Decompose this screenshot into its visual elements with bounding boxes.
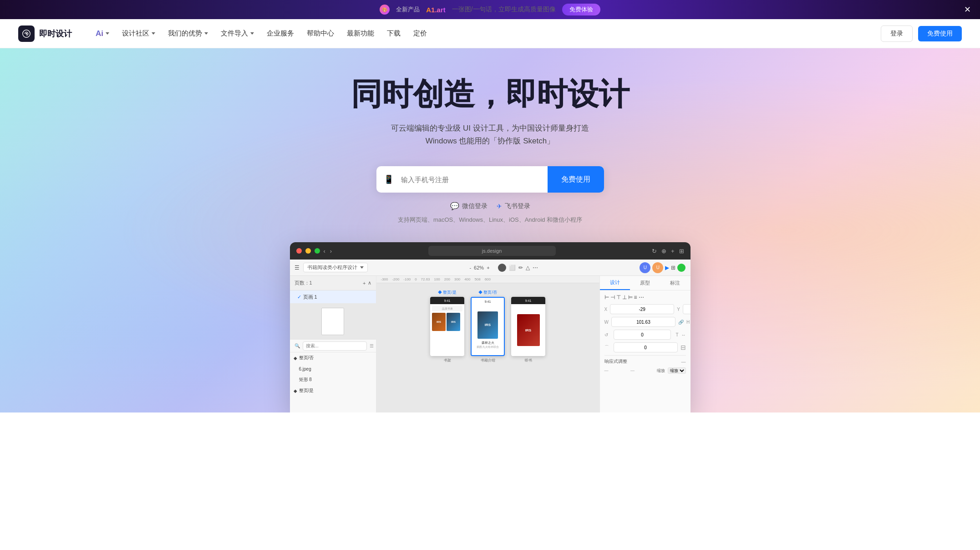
traffic-light-red[interactable] bbox=[296, 248, 302, 254]
canvas-frame-1[interactable]: 9:41 品质书单 IRS IRS bbox=[430, 297, 464, 356]
tab-prototype[interactable]: 原型 bbox=[630, 276, 660, 290]
nav-item-download[interactable]: 下载 bbox=[381, 26, 406, 41]
url-bar[interactable]: js.design bbox=[428, 246, 556, 256]
layer-item-1[interactable]: ◆ 整页/否 bbox=[290, 352, 376, 363]
banner-product-name: A1.art bbox=[426, 6, 446, 14]
nav-item-enterprise[interactable]: 企业服务 bbox=[261, 26, 300, 41]
canvas-frame-2[interactable]: 9:41 IRS 森林之火 插图·九火绘本联合 bbox=[471, 297, 505, 356]
resize-icon-mid: — bbox=[611, 368, 654, 373]
banner-cta-button[interactable]: 免费体验 bbox=[562, 4, 600, 15]
nav-item-ai[interactable]: Ai bbox=[90, 26, 115, 41]
tab-annotation[interactable]: 标注 bbox=[660, 276, 690, 290]
filter-icon[interactable]: ☰ bbox=[370, 343, 374, 348]
zoom-out-icon[interactable]: - bbox=[469, 265, 471, 270]
nav-forward-icon[interactable]: › bbox=[330, 248, 332, 255]
lock-icon[interactable]: 🔗 bbox=[678, 320, 684, 325]
align-bottom-icon[interactable]: ≡ bbox=[634, 294, 637, 300]
tool-cursor[interactable] bbox=[498, 264, 506, 272]
signup-button[interactable]: 免费使用 bbox=[918, 26, 962, 41]
page-item-1[interactable]: ✓ 页画 1 bbox=[290, 290, 376, 303]
expand-icon[interactable]: ⊟ bbox=[680, 344, 686, 351]
layer-item-4[interactable]: ◆ 整页/是 bbox=[290, 385, 376, 396]
right-panel-tabs: 设计 原型 标注 bbox=[600, 276, 691, 290]
feishu-icon: ✈ bbox=[497, 203, 502, 210]
w-input[interactable] bbox=[611, 317, 675, 327]
canvas-frame-group-3: 9:41 IRS 听书 bbox=[511, 290, 545, 363]
align-center-v-icon[interactable]: ⊨ bbox=[628, 294, 633, 300]
nav-item-new-features[interactable]: 最新功能 bbox=[341, 26, 380, 41]
nav-back-icon[interactable]: ‹ bbox=[324, 248, 325, 255]
project-selector[interactable]: 书籍阅读类小程序设计 bbox=[303, 263, 368, 272]
ai-dropdown-icon bbox=[106, 32, 109, 35]
feishu-login-button[interactable]: ✈ 飞书登录 bbox=[497, 202, 530, 210]
canvas-frame-3[interactable]: 9:41 IRS bbox=[511, 297, 545, 356]
design-section: ⊢ ⊣ ⊤ ⊥ ⊨ ≡ ⋯ X Y bbox=[600, 290, 691, 380]
traffic-light-green[interactable] bbox=[315, 248, 320, 254]
banner-product-prefix: 全新产品 bbox=[396, 5, 420, 14]
resize-select[interactable]: 缩放 bbox=[668, 367, 686, 374]
align-right-icon[interactable]: ⊤ bbox=[616, 294, 621, 300]
hero-alt-logins: 💬 微信登录 ✈ 飞书登录 bbox=[450, 202, 530, 210]
layer-item-2[interactable]: 6.jpeg bbox=[290, 363, 376, 374]
book-1: IRS bbox=[432, 313, 446, 331]
collapse-icon[interactable]: ∧ bbox=[368, 280, 371, 286]
nav-item-help[interactable]: 帮助中心 bbox=[301, 26, 340, 41]
navbar-logo[interactable]: 即时设计 bbox=[18, 25, 72, 42]
zoom-level: 62% bbox=[472, 265, 486, 270]
nav-item-pricing[interactable]: 定价 bbox=[408, 26, 432, 41]
phone-input[interactable] bbox=[394, 176, 548, 183]
y-input[interactable] bbox=[683, 304, 691, 314]
nav-item-import[interactable]: 文件导入 bbox=[215, 26, 259, 41]
more-icon[interactable]: ⊞ bbox=[679, 248, 684, 255]
font-icon: T bbox=[675, 332, 678, 337]
refresh-icon[interactable]: ↻ bbox=[652, 248, 657, 255]
tool-shape[interactable]: △ bbox=[526, 265, 530, 271]
hero-signup-button[interactable]: 免费使用 bbox=[548, 166, 604, 193]
layer-name-2: 6.jpeg bbox=[299, 367, 311, 372]
divider bbox=[604, 355, 686, 356]
rotation-input[interactable] bbox=[614, 330, 671, 340]
hero-input-row: 📱 免费使用 bbox=[376, 166, 604, 193]
navbar-actions: 登录 免费使用 bbox=[881, 25, 962, 42]
book-2: IRS bbox=[447, 313, 460, 331]
flip-icon[interactable]: ↔ bbox=[681, 332, 686, 337]
x-input[interactable] bbox=[610, 304, 674, 314]
thumbnail-frame bbox=[321, 308, 344, 335]
distribute-icon[interactable]: ⋯ bbox=[639, 294, 644, 300]
responsive-collapse-icon[interactable]: — bbox=[681, 359, 686, 364]
align-center-h-icon[interactable]: ⊣ bbox=[610, 294, 615, 300]
tool-frame[interactable]: ⬜ bbox=[509, 265, 516, 271]
login-button[interactable]: 登录 bbox=[881, 25, 913, 42]
app-toolbar: ☰ 书籍阅读类小程序设计 - 62% + ⬜ ✏ △ ⋯ U U ▶ ⊞ bbox=[290, 260, 691, 276]
wechat-login-button[interactable]: 💬 微信登录 bbox=[450, 202, 487, 210]
check-icon: ✓ bbox=[297, 294, 301, 300]
share-icon[interactable]: ⊕ bbox=[661, 248, 666, 255]
align-left-icon[interactable]: ⊢ bbox=[604, 294, 609, 300]
add-page-icon[interactable]: + bbox=[363, 280, 366, 286]
layer-item-3[interactable]: 矩形 8 bbox=[290, 374, 376, 385]
layer-search-input[interactable] bbox=[303, 341, 367, 351]
menu-icon[interactable]: ☰ bbox=[295, 265, 300, 271]
play-button[interactable]: ▶ bbox=[665, 265, 669, 271]
tab-design[interactable]: 设计 bbox=[600, 276, 630, 290]
project-dropdown-icon bbox=[360, 266, 364, 269]
zoom-in-icon[interactable]: + bbox=[487, 265, 489, 270]
banner-close-button[interactable]: ✕ bbox=[964, 5, 971, 15]
hero-platforms: 支持网页端、macOS、Windows、Linux、iOS、Android 和微… bbox=[398, 216, 582, 224]
nav-item-community[interactable]: 设计社区 bbox=[117, 26, 161, 41]
traffic-light-yellow[interactable] bbox=[305, 248, 311, 254]
phone-icon: 📱 bbox=[376, 174, 394, 184]
nav-item-advantages[interactable]: 我们的优势 bbox=[162, 26, 213, 41]
pages-label: 页数：1 bbox=[295, 280, 312, 286]
tool-pen[interactable]: ✏ bbox=[518, 265, 523, 271]
y-label: Y bbox=[677, 307, 680, 312]
corner-input[interactable] bbox=[614, 342, 678, 352]
alignment-tools: ⊢ ⊣ ⊤ ⊥ ⊨ ≡ ⋯ bbox=[604, 294, 686, 300]
hero-title: 同时创造，即时设计 bbox=[351, 76, 630, 113]
tool-more[interactable]: ⋯ bbox=[533, 265, 538, 271]
add-tab-icon[interactable]: + bbox=[671, 248, 675, 255]
grid-button[interactable]: ⊞ bbox=[671, 265, 675, 271]
app-canvas[interactable]: -300 -200 -100 0 72.63 100 200 300 400 5… bbox=[376, 276, 599, 412]
align-top-icon[interactable]: ⊥ bbox=[622, 294, 627, 300]
diamond-icon-4: ◆ bbox=[294, 388, 297, 393]
